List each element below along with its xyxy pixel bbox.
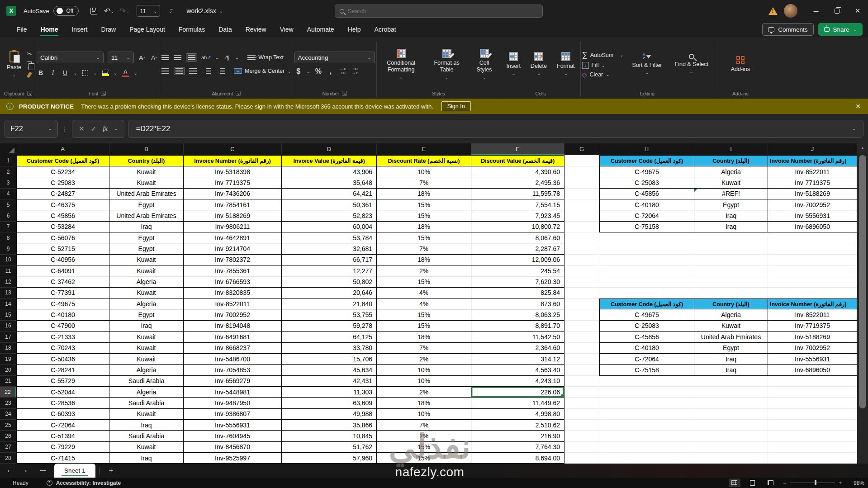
cell-B1[interactable]: Country (البلد) xyxy=(109,155,184,166)
cell-G6[interactable] xyxy=(564,210,599,221)
zoom-out-icon[interactable]: − xyxy=(783,480,786,486)
cell-J11[interactable] xyxy=(768,265,857,276)
cell-styles-button[interactable]: Cell Styles⌄ xyxy=(470,47,499,82)
cell-J2[interactable]: Inv-8522011 xyxy=(768,166,857,177)
cell-B26[interactable]: Saudi Arabia xyxy=(109,431,184,441)
cell-F26[interactable]: 216.90 xyxy=(471,431,564,441)
cell-F24[interactable]: 4,998.80 xyxy=(471,409,564,420)
borders-button[interactable] xyxy=(81,69,89,77)
orientation-button[interactable]: ab↗ xyxy=(201,53,211,62)
avatar[interactable] xyxy=(784,4,797,18)
cell-D16[interactable]: 59,278 xyxy=(282,321,377,332)
cell-A2[interactable]: C-52234 xyxy=(16,166,109,177)
col-header-F[interactable]: F xyxy=(471,143,564,155)
cell-H12[interactable] xyxy=(599,276,694,287)
cell-A20[interactable]: C-28241 xyxy=(16,365,109,375)
cell-F4[interactable]: 11,595.78 xyxy=(471,189,564,199)
row-header-22[interactable]: 22 xyxy=(0,387,16,398)
cell-H5[interactable]: C-40180 xyxy=(599,199,694,210)
cell-I5[interactable]: Egypt xyxy=(694,199,768,210)
cell-E14[interactable]: 4% xyxy=(377,298,471,309)
cell-C5[interactable]: Inv-7854161 xyxy=(184,199,282,210)
cell-H27[interactable] xyxy=(599,442,694,453)
cell-A6[interactable]: C-45856 xyxy=(16,210,109,221)
cell-H26[interactable] xyxy=(599,431,694,441)
cell-H2[interactable]: C-49675 xyxy=(599,166,694,177)
cell-B6[interactable]: United Arab Emirates xyxy=(109,210,184,221)
cell-C26[interactable]: Inv-7604945 xyxy=(184,431,282,441)
cell-A25[interactable]: C-72064 xyxy=(16,420,109,431)
cell-E20[interactable]: 10% xyxy=(377,365,471,375)
cell-I28[interactable] xyxy=(694,453,768,464)
text-direction-button[interactable]: ›¶ xyxy=(223,53,231,62)
cell-D27[interactable]: 51,762 xyxy=(282,442,377,453)
cell-C16[interactable]: Inv-8194048 xyxy=(184,321,282,332)
cell-G27[interactable] xyxy=(564,442,599,453)
row-header-16[interactable]: 16 xyxy=(0,321,16,332)
cell-G3[interactable] xyxy=(564,177,599,188)
cell-A4[interactable]: C-24827 xyxy=(16,189,109,199)
cell-F7[interactable]: 10,800.72 xyxy=(471,222,564,232)
cell-F11[interactable]: 245.54 xyxy=(471,265,564,276)
row-header-10[interactable]: 10 xyxy=(0,255,16,265)
cell-J24[interactable] xyxy=(768,409,857,420)
cell-H7[interactable]: C-75158 xyxy=(599,222,694,232)
align-top-button[interactable] xyxy=(161,53,170,62)
cell-J14[interactable]: Invoice Number (رقم الفاتورة) xyxy=(768,298,857,309)
cell-C13[interactable]: Inv-8320835 xyxy=(184,288,282,298)
row-header-8[interactable]: 8 xyxy=(0,232,16,243)
tab-automate[interactable]: Automate xyxy=(300,22,341,37)
wrap-text-button[interactable]: Wrap Text xyxy=(247,54,284,61)
cell-E27[interactable]: 15% xyxy=(377,442,471,453)
cell-F17[interactable]: 11,542.50 xyxy=(471,332,564,342)
tab-sheet1[interactable]: Sheet 1 xyxy=(54,464,95,478)
cell-G11[interactable] xyxy=(564,265,599,276)
cell-I15[interactable]: Algeria xyxy=(694,309,768,320)
cell-B18[interactable]: Kuwait xyxy=(109,343,184,354)
cell-G28[interactable] xyxy=(564,453,599,464)
row-header-23[interactable]: 23 xyxy=(0,398,16,408)
accessibility-status[interactable]: Accessibility: Investigate xyxy=(56,480,121,486)
cell-I2[interactable]: Algeria xyxy=(694,166,768,177)
cell-F12[interactable]: 7,620.30 xyxy=(471,276,564,287)
row-header-15[interactable]: 15 xyxy=(0,309,16,320)
cell-J18[interactable]: Inv-7002952 xyxy=(768,343,857,354)
row-header-21[interactable]: 21 xyxy=(0,376,16,387)
cell-A7[interactable]: C-53284 xyxy=(16,222,109,232)
cell-C24[interactable]: Inv-9386807 xyxy=(184,409,282,420)
row-header-27[interactable]: 27 xyxy=(0,442,16,453)
cell-A16[interactable]: C-47900 xyxy=(16,321,109,332)
cell-A26[interactable]: C-51394 xyxy=(16,431,109,441)
cell-B22[interactable]: Algeria xyxy=(109,387,184,398)
cell-G2[interactable] xyxy=(564,166,599,177)
cell-D5[interactable]: 50,361 xyxy=(282,199,377,210)
page-layout-view-button[interactable] xyxy=(747,479,759,487)
row-header-25[interactable]: 25 xyxy=(0,420,16,431)
cell-A15[interactable]: C-40180 xyxy=(16,309,109,320)
vertical-scroll-thumb[interactable] xyxy=(859,155,866,408)
share-button[interactable]: Share ⌄ xyxy=(818,23,863,36)
fill-color-button[interactable] xyxy=(101,69,109,77)
cell-A3[interactable]: C-25083 xyxy=(16,177,109,188)
format-as-table-button[interactable]: Format as Table⌄ xyxy=(428,47,466,82)
cell-J4[interactable]: Inv-5188269 xyxy=(768,189,857,199)
tab-draw[interactable]: Draw xyxy=(94,22,123,37)
zoom-thumb[interactable] xyxy=(815,480,816,485)
cell-D19[interactable]: 15,706 xyxy=(282,354,377,365)
col-header-A[interactable]: A xyxy=(16,143,109,155)
cell-C4[interactable]: Inv-7436206 xyxy=(184,189,282,199)
bold-button[interactable]: B xyxy=(37,69,45,77)
cell-F3[interactable]: 2,495.36 xyxy=(471,177,564,188)
cell-J13[interactable] xyxy=(768,288,857,298)
cell-H6[interactable]: C-72064 xyxy=(599,210,694,221)
align-left-button[interactable] xyxy=(161,67,170,75)
cell-D2[interactable]: 43,906 xyxy=(282,166,377,177)
cell-B19[interactable]: Kuwait xyxy=(109,354,184,365)
cell-C6[interactable]: Inv-5188269 xyxy=(184,210,282,221)
zoom-percentage[interactable]: 98% xyxy=(848,480,864,486)
cell-B20[interactable]: Algeria xyxy=(109,365,184,375)
cell-J12[interactable] xyxy=(768,276,857,287)
search-box[interactable] xyxy=(335,5,543,18)
cell-B16[interactable]: Iraq xyxy=(109,321,184,332)
zoom-slider[interactable]: − + xyxy=(783,480,842,486)
